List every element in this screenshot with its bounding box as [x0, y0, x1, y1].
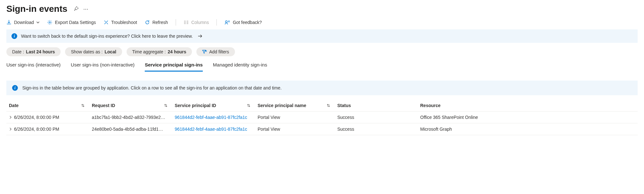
- filter-time-aggregate[interactable]: Time aggregate : 24 hours: [127, 47, 192, 56]
- table-row[interactable]: 6/26/2024, 8:00:00 PM a1bc7fa1-9bb2-4bd2…: [6, 112, 638, 123]
- feedback-button[interactable]: Got feedback?: [224, 20, 262, 25]
- signins-table: Date Request ID Service principal ID Ser…: [6, 100, 638, 135]
- page-title: Sign-in events: [6, 4, 67, 14]
- tab-user-interactive[interactable]: User sign-ins (interactive): [6, 60, 61, 72]
- tab-managed-identity[interactable]: Managed identity sign-ins: [213, 60, 267, 72]
- columns-button[interactable]: Columns: [184, 20, 209, 25]
- refresh-icon: [145, 20, 150, 25]
- sort-icon: [326, 104, 330, 107]
- cell-resource: Office 365 SharePoint Online: [418, 112, 641, 123]
- sort-icon: [81, 104, 85, 107]
- troubleshoot-button[interactable]: Troubleshoot: [104, 20, 137, 25]
- cell-sp-name: Portal View: [255, 112, 335, 123]
- filter-timeagg-value: 24 hours: [168, 49, 186, 54]
- preview-banner[interactable]: i Want to switch back to the default sig…: [6, 29, 638, 43]
- tab-service-principal[interactable]: Service principal sign-ins: [145, 60, 203, 72]
- table-info-text: Sign-ins in the table below are grouped …: [22, 85, 282, 90]
- arrow-right-icon: [198, 34, 202, 38]
- header-actions: ⋯: [74, 6, 88, 12]
- cell-request-id: 24e80be0-5ada-4b5d-adba-11fd1…: [89, 123, 172, 135]
- add-filter-icon: [202, 50, 207, 54]
- download-label: Download: [14, 20, 34, 25]
- cell-status: Success: [335, 123, 418, 135]
- filter-timeagg-label: Time aggregate :: [132, 49, 166, 54]
- command-bar: Download Export Data Settings Troublesho…: [0, 17, 644, 29]
- feedback-label: Got feedback?: [233, 20, 262, 25]
- chevron-down-icon: [36, 21, 40, 24]
- download-button[interactable]: Download: [6, 20, 40, 25]
- cell-sp-id[interactable]: 961844d2-febf-4aae-ab91-87fc2fa1c: [172, 123, 255, 135]
- export-settings-label: Export Data Settings: [55, 20, 96, 25]
- gear-icon: [47, 20, 52, 25]
- pin-icon[interactable]: [74, 6, 79, 12]
- troubleshoot-label: Troubleshoot: [111, 20, 137, 25]
- filter-bar: Date : Last 24 hours Show dates as : Loc…: [0, 47, 644, 60]
- download-icon: [6, 20, 11, 25]
- sort-icon: [247, 104, 251, 107]
- col-date[interactable]: Date: [6, 100, 89, 111]
- add-filters-label: Add filters: [209, 49, 229, 54]
- cell-resource: Microsoft Graph: [418, 123, 641, 135]
- feedback-icon: [224, 20, 230, 25]
- preview-banner-text: Want to switch back to the default sign-…: [21, 34, 193, 39]
- cell-date: 6/26/2024, 8:00:00 PM: [6, 112, 89, 123]
- table-header: Date Request ID Service principal ID Ser…: [6, 100, 638, 112]
- col-sp-id[interactable]: Service principal ID: [172, 100, 255, 111]
- refresh-label: Refresh: [152, 20, 168, 25]
- filter-show-dates-value: Local: [105, 49, 116, 54]
- toolbar-separator: [216, 19, 217, 26]
- toolbar-separator: [176, 19, 176, 26]
- col-request-id[interactable]: Request ID: [89, 100, 172, 111]
- filter-date[interactable]: Date : Last 24 hours: [6, 47, 61, 56]
- filter-date-value: Last 24 hours: [26, 49, 55, 54]
- cell-request-id: a1bc7fa1-9bb2-4bd2-a832-7993e2…: [89, 112, 172, 123]
- page-header: Sign-in events ⋯: [0, 0, 644, 17]
- filter-date-label: Date :: [12, 49, 24, 54]
- svg-point-0: [49, 22, 50, 23]
- filter-show-dates-label: Show dates as :: [71, 49, 103, 54]
- tab-user-noninteractive[interactable]: User sign-ins (non-interactive): [71, 60, 135, 72]
- info-icon: i: [12, 85, 18, 91]
- cell-date: 6/26/2024, 8:00:00 PM: [6, 123, 89, 135]
- export-settings-button[interactable]: Export Data Settings: [47, 20, 96, 25]
- col-resource[interactable]: Resource: [418, 100, 641, 111]
- table-row[interactable]: 6/26/2024, 8:00:00 PM 24e80be0-5ada-4b5d…: [6, 123, 638, 135]
- table-info-banner: i Sign-ins in the table below are groupe…: [6, 81, 638, 95]
- cell-sp-id[interactable]: 961844d2-febf-4aae-ab91-87fc2fa1c: [172, 112, 255, 123]
- signin-tabs: User sign-ins (interactive) User sign-in…: [0, 60, 644, 72]
- chevron-right-icon[interactable]: [9, 116, 12, 119]
- info-icon: i: [11, 33, 17, 39]
- refresh-button[interactable]: Refresh: [145, 20, 168, 25]
- chevron-right-icon[interactable]: [9, 128, 12, 131]
- svg-point-1: [225, 21, 227, 23]
- cell-status: Success: [335, 112, 418, 123]
- wrench-icon: [104, 20, 109, 25]
- columns-label: Columns: [191, 20, 209, 25]
- col-status[interactable]: Status: [335, 100, 418, 111]
- cell-sp-name: Portal View: [255, 123, 335, 135]
- filter-show-dates[interactable]: Show dates as : Local: [65, 47, 122, 56]
- add-filters-button[interactable]: Add filters: [196, 47, 235, 56]
- more-icon[interactable]: ⋯: [83, 6, 88, 12]
- columns-icon: [184, 20, 189, 25]
- col-sp-name[interactable]: Service principal name: [255, 100, 335, 111]
- sort-icon: [164, 104, 168, 107]
